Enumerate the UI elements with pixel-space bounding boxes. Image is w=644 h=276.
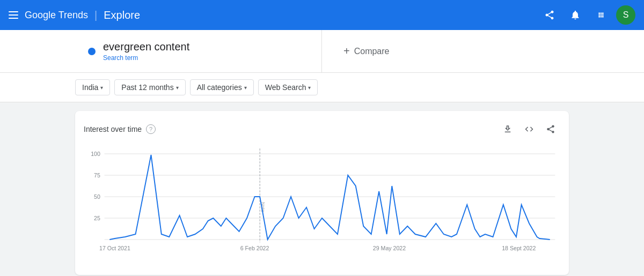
search-term-title[interactable]: evergreen content	[103, 41, 189, 53]
search-term-text: evergreen content Search term	[103, 41, 189, 62]
chart-title-area: Interest over time ?	[84, 124, 156, 134]
compare-plus-icon: +	[343, 45, 350, 57]
download-button[interactable]	[498, 120, 517, 139]
search-term-dot	[88, 48, 96, 55]
svg-text:6 Feb 2022: 6 Feb 2022	[240, 245, 269, 251]
search-type-label: Web Search	[265, 83, 306, 92]
country-label: India	[82, 83, 98, 92]
logo-divider: |	[94, 9, 97, 21]
embed-button[interactable]	[519, 120, 539, 139]
filters-bar: India ▾ Past 12 months ▾ All categories …	[0, 73, 644, 102]
svg-text:18 Sept 2022: 18 Sept 2022	[502, 245, 536, 251]
avatar[interactable]: S	[616, 5, 635, 25]
category-chevron-icon: ▾	[244, 85, 247, 91]
help-icon[interactable]: ?	[146, 124, 156, 134]
search-term-type: Search term	[103, 54, 189, 62]
svg-text:25: 25	[94, 215, 100, 221]
notification-button[interactable]	[565, 4, 586, 26]
search-term-container: evergreen content Search term	[75, 30, 322, 72]
header-right: S	[539, 4, 635, 26]
svg-rect-2	[9, 18, 18, 19]
compare-label: Compare	[354, 47, 390, 56]
search-type-filter[interactable]: Web Search ▾	[258, 79, 318, 95]
chart-header: Interest over time ?	[84, 120, 560, 139]
svg-text:75: 75	[94, 172, 100, 178]
country-chevron-icon: ▾	[100, 85, 103, 91]
svg-rect-1	[9, 14, 18, 16]
header: Google Trends | Explore S	[0, 0, 644, 30]
header-left: Google Trends | Explore	[9, 9, 530, 21]
compare-button[interactable]: + Compare	[322, 30, 644, 72]
svg-text:50: 50	[94, 193, 100, 200]
share-chart-button[interactable]	[541, 120, 560, 139]
chart-title: Interest over time	[84, 125, 142, 133]
apps-button[interactable]	[590, 4, 612, 26]
svg-rect-0	[9, 11, 18, 12]
svg-text:29 May 2022: 29 May 2022	[373, 245, 406, 251]
country-filter[interactable]: India ▾	[75, 79, 110, 95]
category-filter[interactable]: All categories ▾	[190, 79, 254, 95]
main-content: Interest over time ?	[0, 102, 644, 276]
logo-text: Google Trends	[25, 10, 88, 21]
logo-area: Google Trends | Explore	[25, 9, 140, 21]
chart-container: Interest over time ?	[75, 111, 569, 275]
category-label: All categories	[197, 83, 242, 92]
interest-chart: 100 75 50 25 Note 17 Oct 2021 6 Feb 2022…	[84, 143, 560, 266]
explore-text: Explore	[104, 9, 140, 21]
search-area: evergreen content Search term + Compare	[0, 30, 644, 73]
time-filter[interactable]: Past 12 months ▾	[114, 79, 185, 95]
time-chevron-icon: ▾	[176, 85, 179, 91]
menu-icon[interactable]	[9, 10, 18, 20]
svg-text:17 Oct 2021: 17 Oct 2021	[99, 245, 130, 251]
svg-text:100: 100	[91, 151, 100, 157]
time-label: Past 12 months	[121, 83, 173, 92]
share-button[interactable]	[539, 4, 560, 26]
chart-actions	[498, 120, 560, 139]
search-type-chevron-icon: ▾	[308, 85, 311, 91]
